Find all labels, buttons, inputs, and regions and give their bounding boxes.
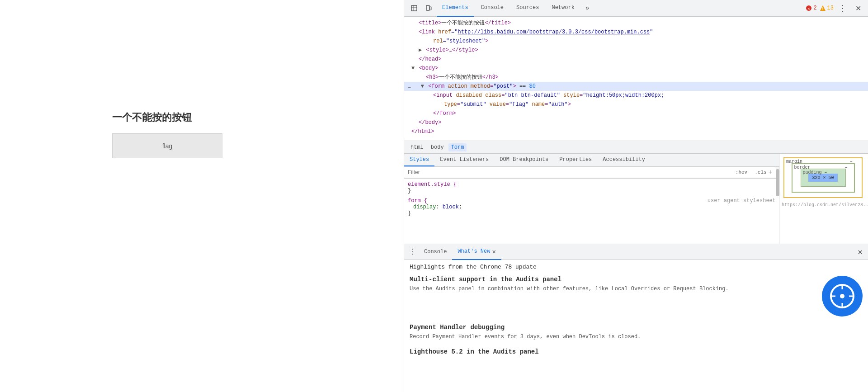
page-area: 一个不能按的按钮 flag: [0, 0, 404, 392]
filter-cls-button[interactable]: .cls: [755, 170, 766, 175]
devtools-panel: Elements Console Sources Network » ✕ 2: [404, 0, 868, 392]
html-line: type="submit" value="flag" name="auth">: [404, 100, 868, 109]
tab-accessibility[interactable]: Accessibility: [597, 154, 651, 166]
whats-new-section-1: Multi-client support in the Audits panel…: [410, 276, 863, 316]
whats-new-close-button[interactable]: ✕: [492, 248, 495, 255]
devtools-menu-button[interactable]: ⋮: [836, 2, 849, 14]
whats-new-desc-2: Record Payment Handler events for 3 days…: [410, 333, 863, 341]
box-padding: padding – 320 × 50: [801, 169, 846, 187]
page-heading: 一个不能按的按钮: [112, 111, 192, 124]
tab-console-bottom[interactable]: Console: [419, 244, 452, 260]
whats-new-desc-1: Use the Audits panel in combination with…: [410, 285, 863, 293]
tab-properties[interactable]: Properties: [554, 154, 597, 166]
devtools-close-button[interactable]: ✕: [852, 2, 864, 14]
more-tabs-button[interactable]: »: [582, 0, 593, 17]
styles-right: margin – border – padding – 320 × 50 htt…: [780, 154, 868, 244]
svg-rect-0: [411, 5, 417, 11]
html-line: ▼ <body>: [404, 64, 868, 73]
html-line: <title>一个不能按的按钮</title>: [404, 19, 868, 28]
styles-content: element.style { } form { user agent styl…: [404, 179, 779, 223]
html-line: </form>: [404, 109, 868, 118]
box-margin: margin – border – padding – 320 × 50: [783, 157, 863, 198]
styles-filter-input[interactable]: [408, 169, 732, 175]
html-line: </html>: [404, 127, 868, 136]
css-rule-form: form { user agent stylesheet display: bl…: [408, 198, 776, 217]
tab-event-listeners[interactable]: Event Listeners: [434, 154, 494, 166]
breadcrumb-form[interactable]: form: [448, 143, 467, 151]
styles-filter-bar: :hov .cls +: [404, 167, 776, 178]
watermark-text: https://blog.csdn.net/silver28...: [780, 202, 868, 208]
error-count: ✕ 2: [806, 5, 816, 11]
html-line: ▶ <style>…</style>: [404, 46, 868, 55]
tab-sources[interactable]: Sources: [511, 0, 544, 17]
html-line: <link href="http://libs.baidu.com/bootst…: [404, 28, 868, 37]
tab-elements[interactable]: Elements: [437, 0, 474, 17]
tab-whats-new[interactable]: What's New ✕: [452, 244, 501, 260]
html-line: </head>: [404, 55, 868, 64]
breadcrumb-html[interactable]: html: [408, 143, 426, 151]
whats-new-title-2: Payment Handler debugging: [410, 324, 863, 331]
html-line: <input disabled class="btn btn-default" …: [404, 91, 868, 100]
svg-point-15: [840, 294, 844, 298]
svg-rect-4: [430, 7, 431, 10]
bottom-tabs: ⋮ Console What's New ✕ ✕: [404, 244, 868, 260]
bottom-panel: ⋮ Console What's New ✕ ✕ Highlights from…: [404, 244, 868, 392]
tab-network[interactable]: Network: [546, 0, 580, 17]
flag-button-wrapper: flag: [112, 133, 222, 158]
html-panel: <title>一个不能按的按钮</title> <link href="http…: [404, 17, 868, 141]
styles-tabs: Styles Event Listeners DOM Breakpoints P…: [404, 154, 779, 167]
html-line: rel="stylesheet">: [404, 37, 868, 46]
whats-new-title-1: Multi-client support in the Audits panel: [410, 276, 863, 283]
box-model: margin – border – padding – 320 × 50: [780, 154, 868, 202]
svg-text:!: !: [821, 7, 824, 11]
error-badge-area: ✕ 2 ! 13 ⋮ ✕: [806, 2, 864, 14]
whats-new-header: Highlights from the Chrome 78 update: [410, 264, 863, 270]
bottom-close-all-button[interactable]: ✕: [854, 247, 866, 257]
breadcrumb-bar: html body form: [404, 141, 868, 154]
tab-console[interactable]: Console: [476, 0, 509, 17]
html-line: </body>: [404, 118, 868, 127]
filter-pseudo-button[interactable]: :hov: [736, 170, 747, 175]
svg-rect-3: [426, 5, 429, 10]
tab-styles[interactable]: Styles: [404, 154, 434, 166]
bottom-tab-menu[interactable]: ⋮: [406, 246, 419, 258]
filter-plus-button[interactable]: +: [769, 169, 772, 176]
whats-new-title-3: Lighthouse 5.2 in the Audits panel: [410, 348, 863, 355]
svg-text:✕: ✕: [808, 7, 810, 11]
flag-button: flag: [112, 133, 222, 158]
html-line-selected[interactable]: … ▼ <form action method="post"> == $0: [404, 82, 868, 91]
tab-dom-breakpoints[interactable]: DOM Breakpoints: [494, 154, 554, 166]
whats-new-section-2: Payment Handler debugging Record Payment…: [410, 324, 863, 341]
whats-new-image-1: [822, 276, 863, 316]
device-toggle-icon[interactable]: [422, 2, 435, 14]
box-border: border – padding – 320 × 50: [792, 163, 855, 193]
inspect-icon[interactable]: [408, 2, 420, 14]
warning-count: ! 13: [820, 5, 834, 11]
styles-scrollbar[interactable]: [776, 167, 779, 178]
css-rule-element-style: element.style { }: [408, 181, 776, 194]
html-line: <h3>一个不能按的按钮</h3>: [404, 73, 868, 82]
whats-new-section-3: Lighthouse 5.2 in the Audits panel: [410, 348, 863, 355]
styles-row: Styles Event Listeners DOM Breakpoints P…: [404, 154, 868, 244]
whats-new-content: Highlights from the Chrome 78 update Mul…: [404, 260, 868, 392]
breadcrumb-body[interactable]: body: [428, 143, 447, 151]
styles-left: Styles Event Listeners DOM Breakpoints P…: [404, 154, 780, 244]
devtools-toolbar: Elements Console Sources Network » ✕ 2: [404, 0, 868, 17]
